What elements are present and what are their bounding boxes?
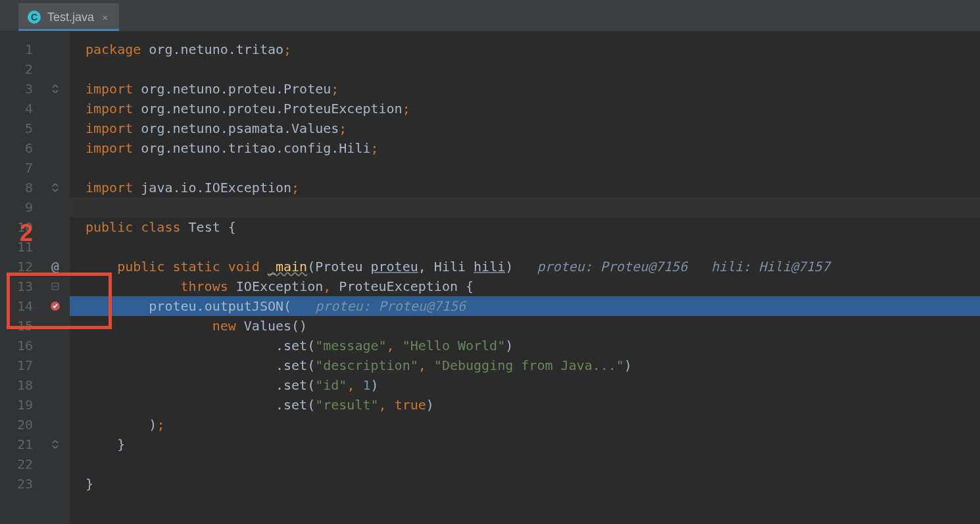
line-number[interactable]: 14 [0,296,41,316]
fold-icon[interactable] [51,84,60,93]
line-number[interactable]: 7 [0,158,41,178]
line-number[interactable]: 6 [0,138,41,158]
code-line[interactable]: package org.netuno.tritao; [70,39,980,59]
line-number[interactable]: 2 [0,59,41,79]
tab-bar: C Test.java × [0,0,980,32]
line-number-gutter[interactable]: 1 2 3 4 5 6 7 8 9 10 11 12 13 14 15 16 1… [0,32,41,524]
code-line[interactable] [70,197,980,217]
fold-icon[interactable] [51,440,60,449]
code-line[interactable]: import org.netuno.proteu.ProteuException… [70,99,980,118]
line-number[interactable]: 11 [0,237,41,257]
code-line[interactable]: public class Test { [70,217,980,237]
code-line[interactable]: public static void _main(Proteu proteu, … [70,257,980,276]
editor-shell: C Test.java × 1 2 3 4 5 6 7 8 9 10 11 12… [0,0,980,524]
line-number[interactable]: 8 [0,178,41,197]
inline-hint: proteu: Proteu@7156 [291,298,466,314]
code-line[interactable]: .set("result", true) [70,395,980,415]
code-line[interactable]: new Values() [70,316,980,336]
fold-icon[interactable] [51,282,60,291]
line-number[interactable]: 23 [0,474,41,494]
line-number[interactable]: 13 [0,276,41,296]
line-number[interactable]: 1 [0,39,41,59]
line-number[interactable]: 9 [0,197,41,217]
line-number[interactable]: 17 [0,355,41,375]
line-number[interactable]: 19 [0,395,41,415]
code-line[interactable] [70,237,980,257]
code-line[interactable]: } [70,434,980,454]
line-number[interactable]: 21 [0,434,41,454]
code-line[interactable]: .set("message", "Hello World") [70,336,980,355]
file-tab[interactable]: C Test.java × [18,3,119,31]
line-number[interactable]: 10 [0,217,41,237]
breakpoint-icon[interactable] [50,301,61,311]
file-type-icon: C [28,11,41,24]
code-line[interactable]: import java.io.IOException; [70,178,980,197]
line-number[interactable]: 20 [0,415,41,434]
code-line[interactable] [70,158,980,178]
code-line[interactable]: import org.netuno.tritao.config.Hili; [70,138,980,158]
tab-filename: Test.java [47,11,94,24]
line-number[interactable]: 3 [0,79,41,99]
override-icon[interactable]: @ [51,259,59,275]
code-line[interactable]: .set("id", 1) [70,375,980,395]
code-line[interactable]: .set("description", "Debugging from Java… [70,355,980,375]
code-text-area[interactable]: package org.netuno.tritao; import org.ne… [70,32,980,524]
code-line[interactable]: throws IOException, ProteuException { [70,276,980,296]
line-number[interactable]: 15 [0,316,41,336]
line-number[interactable]: 18 [0,375,41,395]
code-area: 1 2 3 4 5 6 7 8 9 10 11 12 13 14 15 16 1… [0,32,980,524]
line-number[interactable]: 5 [0,118,41,138]
code-line[interactable]: import org.netuno.psamata.Values; [70,118,980,138]
line-number[interactable]: 4 [0,99,41,118]
code-line[interactable]: ); [70,415,980,434]
execution-line[interactable]: proteu.outputJSON( proteu: Proteu@7156 [70,296,980,316]
line-number[interactable]: 22 [0,454,41,474]
code-line[interactable] [70,59,980,79]
close-icon[interactable]: × [101,11,110,24]
fold-icon[interactable] [51,183,60,192]
code-line[interactable]: import org.netuno.proteu.Proteu; [70,79,980,99]
marker-gutter[interactable]: @ [41,32,70,524]
line-number[interactable]: 16 [0,336,41,355]
code-line[interactable]: } [70,474,980,494]
inline-hint: proteu: Proteu@7156 hili: Hili@7157 [513,259,830,275]
code-line[interactable] [70,454,980,474]
line-number[interactable]: 12 [0,257,41,276]
